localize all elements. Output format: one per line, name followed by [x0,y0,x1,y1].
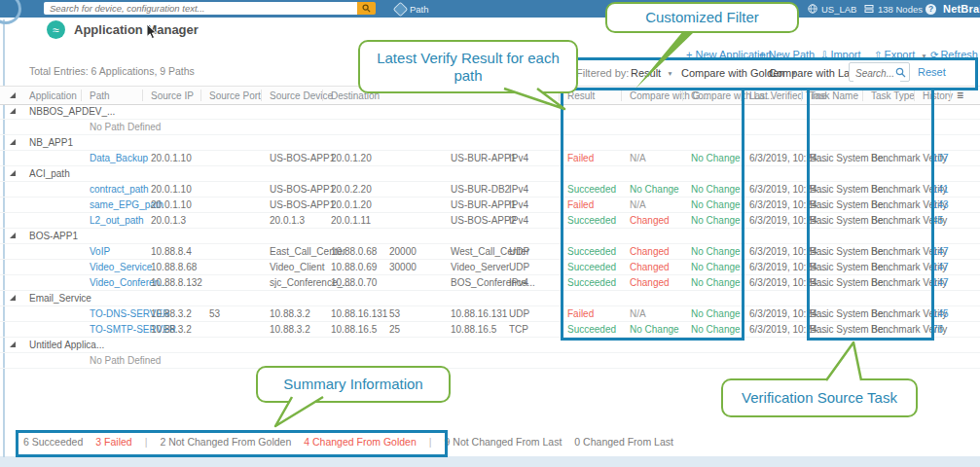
table-row: Video_Conferen...10.88.8.132sjc_Conferen… [0,274,980,291]
history-link[interactable]: 141 [932,184,949,195]
import-button[interactable]: ⇩Import [820,49,861,60]
chevron-down-icon: ▼ [921,53,926,59]
history-link[interactable]: 45 [932,215,943,226]
callout-customized-filter: Customized Filter [605,2,799,33]
path-link[interactable]: Video_Service [90,262,152,272]
history-link[interactable]: 145 [932,308,949,319]
export-button[interactable]: ⇧Export▼ [874,49,927,60]
application-name[interactable]: Untitled Applica... [29,340,104,350]
column-header[interactable]: History [923,90,953,101]
history-link[interactable]: 147 [932,262,949,272]
table-row: No Path Defined [0,352,980,369]
application-group-row: BOS-APP1 [0,228,980,244]
cell-source-device: US-BOS-APP1 [270,153,335,163]
new-path-button[interactable]: + New Path [759,49,815,60]
cell-dest-ip: 10.88.0.69 [331,262,377,272]
reset-filter-button[interactable]: Reset [918,66,946,78]
column-separator [741,90,742,101]
brand-text: NetBrain [943,3,980,15]
refresh-button[interactable]: ⟳Refresh [930,49,978,60]
cell-source-device: 20.0.1.3 [270,215,305,226]
expand-collapse-icon[interactable] [10,170,16,176]
no-path-defined-label: No Path Defined [90,122,161,132]
cell-protocol: UDP [509,308,529,319]
globe-icon [808,4,817,14]
application-name[interactable]: NBBOS_APDEV_... [29,106,115,117]
filter-search-input[interactable] [853,65,900,83]
history-link[interactable]: 76 [932,324,943,335]
search-icon [895,67,906,78]
column-separator [322,90,323,101]
cell-protocol: IPv4 [509,215,528,226]
cell-cmp-last: No Change [691,199,741,210]
summary-bar: 6 Succeeded3 Failed|2 Not Changed From G… [23,436,673,448]
cell-cmp-golden: Changed [630,246,670,257]
table-row: TO-DNS-SERVER10.88.3.25310.88.3.210.88.1… [0,305,980,322]
column-separator [801,90,802,101]
column-header[interactable]: Path [90,90,110,101]
history-link[interactable]: 107 [932,153,949,163]
table-row: TO-SMTP-SERVER10.88.3.210.88.3.210.88.16… [0,321,980,338]
domain-selector[interactable]: US_LAB [808,0,856,18]
application-name[interactable]: Email_Service [29,293,91,304]
path-link[interactable]: L2_out_path [90,215,144,226]
cell-source-ip: 20.0.1.10 [151,153,192,163]
cell-source-device: Video_Client [270,262,325,272]
application-name[interactable]: ACI_path [29,168,70,179]
cell-cmp-golden: N/A [630,153,646,163]
cell-dest-port: 30000 [389,262,417,272]
expand-collapse-icon[interactable] [10,108,16,114]
column-header[interactable]: Application [29,90,77,101]
cell-cmp-last: No Change [691,246,741,257]
application-name[interactable]: NB_APP1 [29,137,73,148]
history-link[interactable]: 147 [932,246,949,257]
column-menu-icon[interactable]: ≡ [957,89,963,102]
filter-search-box[interactable] [849,62,910,82]
nodes-label: 138 Nodes [878,4,923,15]
cell-dest-port: 25 [389,324,400,335]
cell-dest-device: US-BOS-APP2 [451,215,516,226]
cell-source-ip: 10.88.8.132 [151,277,202,288]
column-header[interactable]: Task Type [871,90,915,101]
footer-strip [0,456,980,467]
cell-dest-port: 53 [389,308,400,319]
cell-result: Succeeded [567,184,616,195]
collapse-all-icon[interactable] [10,92,16,98]
cell-dest-ip: 20.0.1.20 [331,153,372,163]
cell-dest-port: 20000 [389,246,417,257]
cell-dest-device: US-BUR-DB2 [451,184,510,195]
column-header[interactable]: Source IP [151,90,194,101]
path-link[interactable]: VoIP [90,246,110,257]
nodes-status[interactable]: 138 Nodes [864,0,923,18]
page-title: Application Manager [74,22,199,37]
path-link[interactable]: contract_path [90,184,149,195]
cell-result: Succeeded [567,324,616,335]
cell-cmp-last: No Change [691,308,741,319]
table-row: VoIP10.88.8.4East_Call_Center10.88.0.682… [0,243,980,260]
global-search-input[interactable] [44,2,357,15]
path-link[interactable]: Data_Backup [90,153,148,163]
callout-latest-verify-result: Latest Verify Result for each path [358,40,578,93]
cell-dest-ip: 20.0.1.20 [331,199,372,210]
top-navigation-bar: Path US_LAB 138 Nodes ? NetBrain [0,0,980,18]
history-link[interactable]: 143 [932,199,949,210]
path-menu-button[interactable]: Path [395,0,429,18]
column-header[interactable]: Source Port [209,90,261,101]
global-search-button[interactable] [357,2,376,15]
column-header[interactable]: Task Name [810,90,858,101]
filter-dropdown-result[interactable]: Result▼ [631,62,673,84]
server-icon [864,4,874,14]
cell-cmp-golden: Changed [630,215,670,226]
help-button[interactable]: ? [926,0,936,18]
expand-collapse-icon[interactable] [10,341,16,347]
application-name[interactable]: BOS-APP1 [29,231,78,241]
path-icon [393,1,409,17]
expand-collapse-icon[interactable] [10,295,16,301]
history-link[interactable]: 147 [932,277,949,288]
application-manager-page: Path US_LAB 138 Nodes ? NetBrain [0,0,980,467]
expand-collapse-icon[interactable] [10,233,16,238]
column-header[interactable]: Source Device [270,90,333,101]
cell-result: Succeeded [567,262,616,272]
expand-collapse-icon[interactable] [10,139,16,145]
cell-dest-device: 10.88.16.5 [451,324,496,335]
